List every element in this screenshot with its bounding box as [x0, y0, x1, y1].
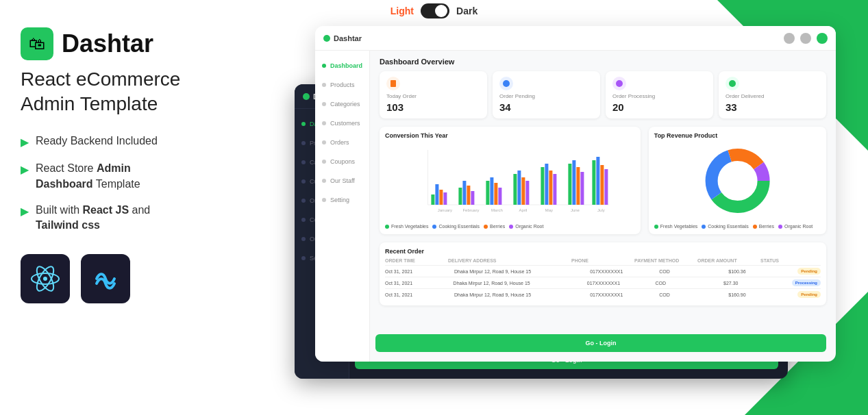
svg-rect-31	[572, 160, 575, 205]
order-processing-icon	[612, 77, 626, 90]
svg-rect-27	[545, 164, 548, 205]
donut-dot-2	[702, 225, 706, 229]
feature-item-3: ▶ Built with React JS andTailwind css	[21, 203, 281, 234]
legend-dot-1	[385, 225, 389, 229]
stat-card-today-order: Today Order 103	[380, 71, 487, 118]
bar-chart-box: Conversion This Year	[380, 127, 641, 234]
svg-rect-30	[568, 164, 571, 205]
order-pending-icon	[499, 77, 513, 90]
recent-orders-table: Recent Order ORDER TIME DELIVERY ADDRESS…	[380, 242, 826, 305]
stat-card-order-processing: Order Processing 20	[606, 71, 713, 118]
dash-main: Dashboard Overview Today Order 103	[370, 51, 836, 362]
orders-thead: ORDER TIME DELIVERY ADDRESS PHONE PAYMEN…	[385, 258, 821, 263]
feature-item-1: ▶ Ready Backend Included	[21, 134, 281, 150]
feature-list: ▶ Ready Backend Included ▶ React Store A…	[21, 134, 281, 234]
today-order-icon	[386, 77, 400, 90]
svg-point-3	[43, 277, 47, 281]
bar-chart-legend: Fresh Vegetables Cooking Essentials Berr…	[385, 224, 635, 229]
svg-rect-10	[431, 194, 434, 205]
th-order-time: ORDER TIME	[385, 258, 445, 263]
sidebar-item-categories[interactable]: Categories	[315, 95, 369, 114]
legend-dot-4	[509, 225, 513, 229]
svg-point-7	[729, 80, 736, 87]
svg-rect-29	[553, 174, 556, 205]
dark-si-dot-1	[301, 122, 306, 126]
light-label: Light	[390, 5, 414, 16]
stat-value-3: 20	[612, 101, 706, 113]
sidebar-item-customers[interactable]: Customers	[315, 114, 369, 133]
dash-logo-dot	[323, 35, 330, 42]
svg-rect-23	[517, 171, 521, 205]
legend-fresh-veg: Fresh Vegetables	[385, 224, 428, 229]
sidebar-item-coupons[interactable]: Coupons	[315, 152, 369, 171]
dark-si-dot-8	[301, 256, 306, 260]
dash-sidebar: Dashboard Products Categories Customers …	[315, 51, 370, 362]
sidebar-item-dashboard[interactable]: Dashboard	[315, 56, 369, 75]
stat-card-order-delivered: Order Delivered 33	[719, 71, 826, 118]
svg-rect-36	[600, 165, 604, 205]
th-payment-method: PAYMENT METHOD	[634, 258, 695, 263]
moon-icon[interactable]	[784, 33, 795, 44]
svg-rect-4	[390, 80, 396, 87]
stat-value-2: 34	[499, 101, 593, 113]
theme-toggle-switch[interactable]	[421, 3, 449, 18]
dash-overview-title: Dashboard Overview	[380, 58, 826, 66]
svg-point-5	[503, 80, 510, 87]
theme-toggle-bar: Light Dark	[0, 0, 868, 22]
donut-chart-svg	[654, 143, 821, 218]
charts-row: Conversion This Year	[380, 127, 826, 234]
svg-rect-24	[521, 177, 525, 205]
dark-label: Dark	[456, 5, 478, 16]
bar-chart-title: Conversion This Year	[385, 132, 635, 139]
dark-logo-dot	[303, 93, 310, 100]
status-badge-2: Processing	[792, 279, 821, 286]
svg-text:February: February	[462, 208, 479, 212]
sidebar-item-ourstaff[interactable]: Our Staff	[315, 171, 369, 190]
svg-text:April: April	[519, 208, 527, 212]
order-row-2: Oct 31, 2021 Dhaka Mirpur 12, Road 9, Ho…	[385, 277, 821, 288]
legend-berries: Berries	[484, 224, 505, 229]
processing-icon-svg	[615, 79, 623, 88]
login-button[interactable]: Go - Login	[375, 334, 826, 352]
order-delivered-icon	[726, 77, 739, 90]
arrow-icon-2: ▶	[21, 162, 29, 177]
left-panel: 🛍 Dashtar React eCommerce Admin Template…	[21, 27, 281, 303]
avatar-icon[interactable]	[817, 33, 828, 44]
tagline-line1: React eCommerce	[21, 68, 180, 90]
dark-si-dot-4	[301, 179, 306, 184]
tagline-line2: Admin Template	[21, 93, 158, 114]
svg-rect-19	[490, 177, 493, 205]
stat-label-4: Order Delivered	[726, 93, 819, 99]
svg-rect-32	[576, 167, 580, 205]
order-row-3: Oct 31, 2021 Dhaka Mirpur 12, Road 9, Ho…	[385, 288, 821, 300]
svg-rect-13	[443, 192, 447, 205]
status-badge-3: Pending	[797, 291, 821, 298]
stat-card-order-pending: Order Pending 34	[493, 71, 600, 118]
brand-title: Dashtar	[62, 29, 153, 58]
svg-rect-33	[580, 172, 584, 205]
sidebar-item-setting[interactable]: Setting	[315, 190, 369, 210]
legend-organic-root: Organic Root	[509, 224, 543, 229]
legend-dot-3	[484, 225, 488, 229]
th-status: STATUS	[760, 258, 821, 263]
dark-si-dot-3	[301, 160, 306, 164]
sidebar-item-orders[interactable]: Orders	[315, 133, 369, 152]
svg-rect-12	[439, 190, 443, 205]
stat-cards: Today Order 103 Order Pending 34	[380, 71, 826, 118]
donut-legend-2: Cooking Essentials	[702, 224, 749, 229]
svg-rect-17	[471, 191, 474, 205]
status-badge-1: Pending	[797, 268, 821, 275]
pending-icon-svg	[502, 79, 510, 88]
dash-header: Dashtar	[315, 26, 836, 51]
th-order-amount: ORDER AMOUNT	[697, 258, 758, 263]
svg-rect-26	[541, 167, 544, 205]
feature-item-2: ▶ React Store AdminDashboard Template	[21, 161, 281, 192]
svg-rect-25	[525, 181, 529, 205]
stat-label-1: Today Order	[386, 93, 480, 99]
edit-icon[interactable]	[800, 33, 811, 44]
react-icon-box	[21, 254, 70, 303]
svg-text:June: June	[571, 208, 580, 212]
svg-rect-16	[467, 186, 470, 205]
dark-si-dot-6	[301, 218, 306, 222]
sidebar-item-products[interactable]: Products	[315, 75, 369, 95]
